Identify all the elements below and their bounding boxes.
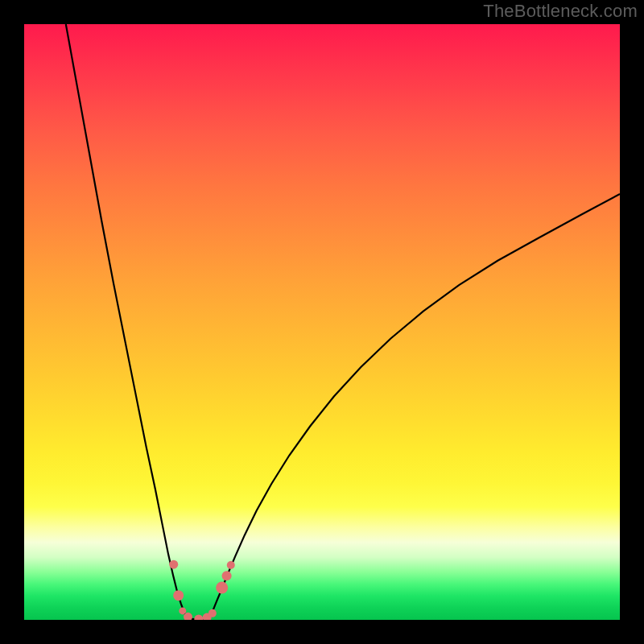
plot-area	[24, 24, 620, 620]
data-marker	[208, 609, 217, 617]
data-markers	[169, 560, 235, 620]
curve-right-branch	[210, 194, 620, 617]
watermark-text: TheBottleneck.com	[483, 1, 638, 22]
data-marker	[227, 561, 235, 569]
data-marker	[222, 571, 232, 580]
data-marker	[216, 582, 228, 594]
data-marker	[173, 590, 184, 601]
data-marker	[169, 560, 178, 569]
data-marker	[194, 614, 203, 620]
curve-left-branch	[66, 24, 186, 617]
chart-frame: TheBottleneck.com	[0, 0, 644, 644]
bottleneck-curve	[24, 24, 620, 620]
data-marker	[179, 607, 186, 614]
